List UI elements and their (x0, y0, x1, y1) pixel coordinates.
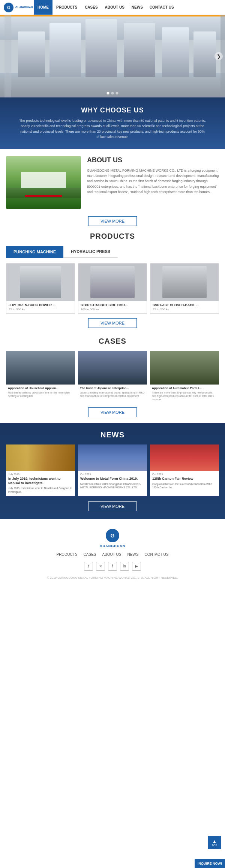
case-card-2[interactable]: The trust of Japanese enterprise... Japa… (78, 351, 147, 403)
about-title: ABOUT US (87, 156, 219, 164)
nav-cases[interactable]: CASES (81, 0, 101, 15)
hero-dots (107, 92, 118, 94)
case-card-3-title: Application of Automobile Parts I... (152, 386, 217, 390)
about-content: ABOUT US GUANGDONG METAL FORMING MACHINE… (87, 156, 219, 195)
products-section: PRODUCTS PUNCHING MACHINE HYDRAULIC PRES… (0, 232, 225, 334)
footer-nav-about[interactable]: ABOUT US (102, 552, 122, 557)
cases-section: CASES Application of Household Applian..… (0, 337, 225, 423)
logo-area: G GUANGDUAN (0, 2, 34, 13)
case-card-1-desc: Multi-based welding production line for … (8, 391, 73, 398)
product-card-2: STPP STRAIGHT SIDE DOU... 160 to 500 kn (78, 263, 147, 314)
news-card-2[interactable]: Oct 2019 Welcome to Metal Form China 201… (78, 444, 147, 496)
news-card-2-text: Metal Form China 2019: Shongshan GUANGDO… (80, 482, 145, 490)
factory-machine-1 (18, 31, 45, 77)
product-card-2-spec: 160 to 500 kn (81, 308, 144, 311)
cases-view-more[interactable]: VIEW MORE (88, 407, 137, 417)
news-card-3-title: 125th Canton Fair Review (152, 477, 217, 481)
product-card-1-image (6, 263, 75, 301)
nav-products[interactable]: PRODUCTS (52, 0, 81, 15)
dot-1[interactable] (107, 92, 110, 94)
case-card-2-desc: Japan's leading international brand, spe… (80, 391, 145, 398)
tab-punching-machine[interactable]: PUNCHING MACHINE (6, 246, 63, 258)
footer-nav-news[interactable]: NEWS (127, 552, 138, 557)
cases-grid: Application of Household Applian... Mult… (6, 351, 219, 403)
why-text: The products technological level is lead… (19, 118, 206, 140)
news-card-2-title: Welcome to Metal Form China 2019. (80, 477, 145, 481)
footer-nav-products[interactable]: PRODUCTS (56, 552, 77, 557)
social-icon-linkedin[interactable]: in (120, 562, 129, 571)
product-card-3: SSP FAST CLOSED-BACK ... 25 to 200 kn (150, 263, 219, 314)
footer-nav-contact[interactable]: CONTACT US (144, 552, 168, 557)
products-view-more[interactable]: VIEW MORE (88, 318, 137, 328)
news-card-2-image (78, 444, 147, 471)
main-nav: HOME PRODUCTS CASES ABOUT US NEWS CONTAC… (34, 0, 225, 15)
news-card-1[interactable]: July 2019 In July 2019, technicians went… (6, 444, 75, 496)
product-card-2-name: STPP STRAIGHT SIDE DOU... (81, 303, 144, 307)
footer-social: t ✕ f in ▶ (6, 562, 219, 571)
factory-machine-4 (124, 23, 155, 77)
product-card-1: JH21 OPEN-BACK POWER ... 25 to 300 kn (6, 263, 75, 314)
news-view-more[interactable]: VIEW MORE (88, 501, 137, 511)
hero-banner: ❯ (0, 15, 225, 97)
factory-machine-3 (86, 19, 117, 77)
nav-news[interactable]: NEWS (128, 0, 147, 15)
case-card-3-desc: There are more than 20 provincial key ne… (152, 391, 217, 401)
case-card-3[interactable]: Application of Automobile Parts I... The… (150, 351, 219, 403)
news-grid: July 2019 In July 2019, technicians went… (6, 444, 219, 496)
news-card-1-date: July 2019 (8, 473, 73, 476)
accent-stripe (0, 15, 225, 16)
social-icon-facebook[interactable]: f (108, 562, 117, 571)
dot-3[interactable] (116, 92, 118, 94)
footer-logo-icon: G (105, 528, 120, 543)
product-card-1-spec: 25 to 300 kn (9, 308, 72, 311)
news-section: NEWS July 2019 In July 2019, technicians… (0, 423, 225, 519)
product-grid: JH21 OPEN-BACK POWER ... 25 to 300 kn ST… (6, 263, 219, 314)
product-tabs: PUNCHING MACHINE HYDRAULIC PRESS (6, 246, 219, 258)
about-image (6, 156, 81, 209)
about-section: ABOUT US GUANGDONG METAL FORMING MACHINE… (0, 149, 225, 216)
hero-arrow-right[interactable]: ❯ (214, 52, 223, 60)
nav-home[interactable]: HOME (34, 0, 52, 15)
product-card-3-spec: 25 to 200 kn (153, 308, 216, 311)
social-icon-twitter[interactable]: t (84, 562, 93, 571)
footer-copyright: © 2019 GUANGDONG METAL FORMING MACHINE W… (6, 576, 219, 579)
footer-nav: PRODUCTS CASES ABOUT US NEWS CONTACT US (6, 552, 219, 557)
about-text: GUANGDONG METAL FORMING MACHINE WORKS CO… (87, 168, 219, 195)
news-title: NEWS (6, 431, 219, 439)
news-card-1-text: July 2019, technicians went to NanHai an… (8, 486, 73, 494)
why-section: WHY CHOOSE US The products technological… (0, 97, 225, 149)
hero-image (0, 15, 225, 97)
case-card-1-image (6, 351, 75, 385)
logo-text: GUANGDUAN (15, 6, 30, 9)
dot-2[interactable] (111, 92, 114, 94)
news-card-3[interactable]: Oct 2019 125th Canton Fair Review Congra… (150, 444, 219, 496)
news-card-3-text: Congratulations on the successful conclu… (152, 482, 217, 490)
news-card-1-image (6, 444, 75, 471)
logo-icon: G (3, 2, 14, 13)
why-title: WHY CHOOSE US (15, 106, 210, 114)
footer: G GUANGDUAN PRODUCTS CASES ABOUT US NEWS… (0, 519, 225, 602)
case-card-1-title: Application of Household Applian... (8, 386, 73, 390)
cases-title: CASES (6, 337, 219, 346)
product-card-3-name: SSP FAST CLOSED-BACK ... (153, 303, 216, 307)
factory-machine-2 (50, 23, 81, 77)
social-icon-x[interactable]: ✕ (96, 562, 105, 571)
footer-logo-text: GUANGDUAN (100, 544, 126, 548)
footer-nav-cases[interactable]: CASES (84, 552, 96, 557)
about-view-more[interactable]: VIEW MORE (88, 216, 137, 226)
products-title: PRODUCTS (6, 232, 219, 241)
nav-about[interactable]: ABOUT US (102, 0, 128, 15)
header: G GUANGDUAN HOME PRODUCTS CASES ABOUT US… (0, 0, 225, 15)
product-card-2-image (78, 263, 147, 301)
news-card-3-image (150, 444, 219, 471)
tab-hydraulic-press[interactable]: HYDRAULIC PRESS (63, 246, 118, 258)
news-card-2-date: Oct 2019 (80, 473, 145, 476)
social-icon-youtube[interactable]: ▶ (132, 562, 141, 571)
svg-text:G: G (7, 6, 10, 10)
svg-text:G: G (111, 533, 115, 539)
case-card-2-title: The trust of Japanese enterprise... (80, 386, 145, 390)
case-card-1[interactable]: Application of Household Applian... Mult… (6, 351, 75, 403)
factory-machine-5 (162, 27, 189, 77)
case-card-3-image (150, 351, 219, 385)
nav-contact[interactable]: CONTACT US (147, 0, 177, 15)
